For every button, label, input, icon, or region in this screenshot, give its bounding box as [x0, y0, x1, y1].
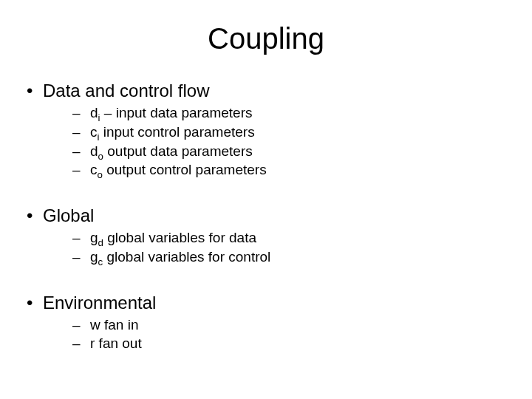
- list-item: di – input data parameters: [72, 104, 505, 122]
- sub-list: gd global variables for data gc global v…: [27, 229, 505, 266]
- bullet-heading: Global: [43, 205, 94, 225]
- list-item: r fan out: [72, 335, 505, 352]
- list-item: co output control parameters: [72, 161, 505, 179]
- bullet-heading: Data and control flow: [43, 81, 209, 100]
- symbol: c: [90, 124, 98, 140]
- item-text: output control parameters: [103, 162, 267, 177]
- subscript: o: [98, 150, 103, 161]
- item-text: global variables for control: [103, 249, 270, 265]
- subscript: d: [98, 237, 103, 248]
- item-text: – input data parameters: [100, 105, 253, 120]
- symbol: w: [90, 317, 100, 332]
- spacer: [27, 267, 505, 282]
- bullet-data-control-flow: Data and control flow: [27, 81, 505, 101]
- bullet-environmental: Environmental: [27, 293, 505, 313]
- item-text: fan in: [100, 317, 139, 332]
- sub-list: di – input data parameters ci input cont…: [27, 104, 505, 179]
- list-item: do output data parameters: [72, 143, 505, 160]
- symbol: d: [90, 105, 98, 120]
- bullet-global: Global: [27, 205, 505, 226]
- slide-title: Coupling: [0, 0, 532, 70]
- symbol: g: [90, 230, 98, 245]
- slide: Coupling Data and control flow di – inpu…: [0, 0, 532, 399]
- symbol: d: [90, 143, 98, 159]
- bullet-heading: Environmental: [43, 293, 156, 313]
- slide-content: Data and control flow di – input data pa…: [0, 81, 532, 352]
- symbol: c: [90, 162, 98, 177]
- item-text: global variables for data: [103, 230, 256, 245]
- list-item: w fan in: [72, 316, 505, 334]
- item-text: fan out: [95, 335, 141, 351]
- list-item: ci input control parameters: [72, 123, 505, 141]
- symbol: g: [90, 249, 98, 265]
- subscript: o: [98, 169, 103, 180]
- list-item: gd global variables for data: [72, 229, 505, 247]
- sub-list: w fan in r fan out: [27, 316, 505, 353]
- spacer: [27, 180, 505, 195]
- item-text: output data parameters: [103, 143, 253, 159]
- item-text: input control parameters: [99, 124, 254, 140]
- list-item: gc global variables for control: [72, 248, 505, 266]
